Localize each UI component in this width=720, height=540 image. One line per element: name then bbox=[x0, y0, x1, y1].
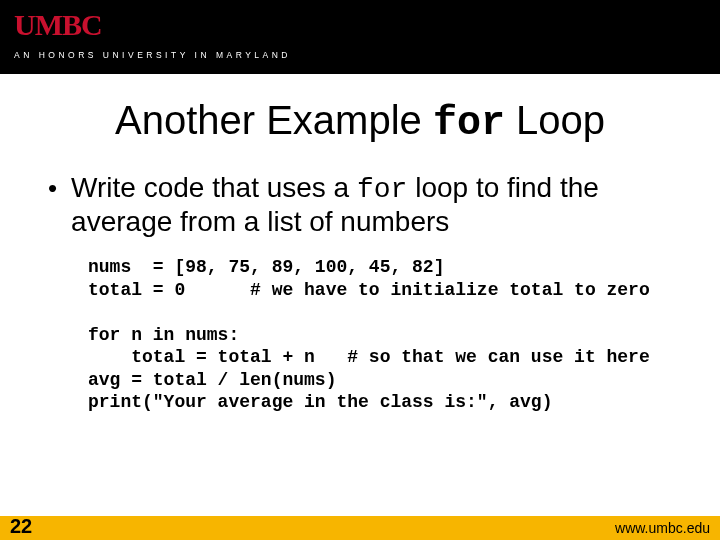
footer-bar: 22 www.umbc.edu bbox=[0, 516, 720, 540]
bullet-dot-icon: • bbox=[48, 174, 57, 203]
page-number: 22 bbox=[10, 515, 32, 538]
title-pre: Another Example bbox=[115, 98, 433, 142]
title-post: Loop bbox=[505, 98, 605, 142]
code-line-1: nums = [98, 75, 89, 100, 45, 82] bbox=[88, 257, 444, 277]
code-line-3: for n in nums: bbox=[88, 325, 239, 345]
slide: UMBC AN HONORS UNIVERSITY IN MARYLAND An… bbox=[0, 0, 720, 540]
title-mono: for bbox=[433, 101, 505, 146]
footer-url: www.umbc.edu bbox=[615, 520, 710, 536]
code-line-2: total = 0 # we have to initialize total … bbox=[88, 280, 650, 300]
umbc-logo: UMBC bbox=[14, 8, 102, 42]
code-line-5: avg = total / len(nums) bbox=[88, 370, 336, 390]
slide-title: Another Example for Loop bbox=[0, 98, 720, 146]
bullet-row: • Write code that uses a for loop to fin… bbox=[48, 172, 690, 238]
header-band: UMBC AN HONORS UNIVERSITY IN MARYLAND bbox=[0, 0, 720, 74]
bullet-mono: for bbox=[357, 174, 407, 205]
code-line-4: total = total + n # so that we can use i… bbox=[88, 347, 650, 367]
bullet-text: Write code that uses a for loop to find … bbox=[71, 172, 690, 238]
bullet-pre: Write code that uses a bbox=[71, 172, 357, 203]
tagline-text: AN HONORS UNIVERSITY IN MARYLAND bbox=[14, 50, 291, 60]
code-block: nums = [98, 75, 89, 100, 45, 82] total =… bbox=[88, 256, 690, 414]
slide-body: • Write code that uses a for loop to fin… bbox=[48, 172, 690, 414]
code-line-6: print("Your average in the class is:", a… bbox=[88, 392, 552, 412]
